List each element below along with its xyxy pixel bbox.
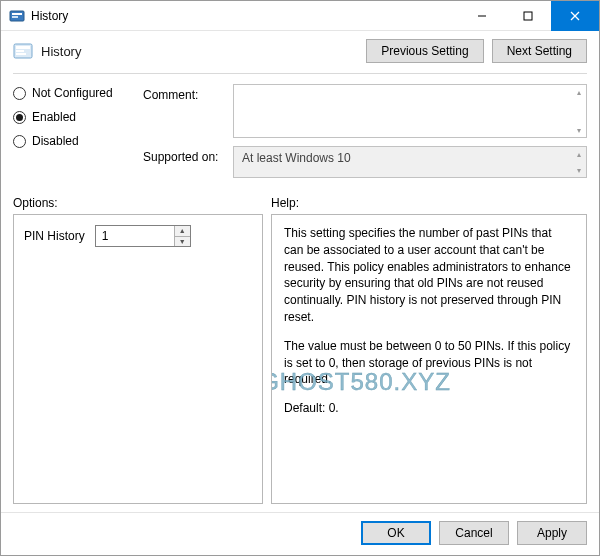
help-label: Help:: [271, 196, 587, 210]
scroll-down-icon[interactable]: ▾: [574, 125, 584, 135]
radio-not-configured[interactable]: Not Configured: [13, 86, 143, 100]
svg-rect-9: [16, 50, 24, 52]
footer: OK Cancel Apply: [1, 512, 599, 555]
options-pane: PIN History ▲ ▼: [13, 214, 263, 504]
radio-icon: [13, 87, 26, 100]
svg-rect-8: [16, 46, 30, 49]
window-controls: [459, 1, 599, 31]
window: History History Previous Setting: [0, 0, 600, 556]
apply-button[interactable]: Apply: [517, 521, 587, 545]
radio-enabled[interactable]: Enabled: [13, 110, 143, 124]
header-row: History Previous Setting Next Setting: [1, 31, 599, 73]
svg-rect-4: [524, 12, 532, 20]
pin-history-spinner[interactable]: ▲ ▼: [95, 225, 191, 247]
svg-rect-2: [12, 16, 18, 18]
svg-rect-1: [12, 13, 22, 15]
next-setting-button[interactable]: Next Setting: [492, 39, 587, 63]
stepper-up-icon[interactable]: ▲: [175, 226, 190, 236]
help-pane: This setting specifies the number of pas…: [271, 214, 587, 504]
maximize-button[interactable]: [505, 1, 551, 31]
pin-history-label: PIN History: [24, 229, 85, 243]
radio-icon: [13, 111, 26, 124]
svg-rect-10: [16, 53, 26, 55]
policy-title: History: [41, 44, 366, 59]
supported-label: Supported on:: [143, 146, 233, 164]
help-paragraph: This setting specifies the number of pas…: [284, 225, 574, 326]
window-title: History: [31, 9, 459, 23]
minimize-button[interactable]: [459, 1, 505, 31]
comment-label: Comment:: [143, 84, 233, 102]
close-button[interactable]: [551, 1, 599, 31]
state-radio-group: Not Configured Enabled Disabled: [13, 84, 143, 178]
help-paragraph: Default: 0.: [284, 400, 574, 417]
scroll-up-icon[interactable]: ▴: [574, 149, 584, 159]
pin-history-row: PIN History ▲ ▼: [24, 225, 252, 247]
help-paragraph: The value must be between 0 to 50 PINs. …: [284, 338, 574, 388]
radio-icon: [13, 135, 26, 148]
pane-labels: Options: Help:: [1, 186, 599, 214]
scroll-up-icon[interactable]: ▴: [574, 87, 584, 97]
radio-disabled[interactable]: Disabled: [13, 134, 143, 148]
radio-label: Enabled: [32, 110, 76, 124]
pin-history-input[interactable]: [96, 226, 174, 246]
comment-block: Comment: ▴ ▾ Supported on: At least Wind…: [143, 84, 587, 178]
supported-on-value: At least Windows 10: [242, 151, 351, 165]
panes: PIN History ▲ ▼ This setting specifies t…: [1, 214, 599, 512]
options-label: Options:: [13, 196, 271, 210]
radio-label: Disabled: [32, 134, 79, 148]
policy-icon: [13, 41, 33, 61]
ok-button[interactable]: OK: [361, 521, 431, 545]
scroll-down-icon[interactable]: ▾: [574, 165, 584, 175]
supported-on-box: At least Windows 10 ▴ ▾: [233, 146, 587, 178]
titlebar: History: [1, 1, 599, 31]
cancel-button[interactable]: Cancel: [439, 521, 509, 545]
radio-label: Not Configured: [32, 86, 113, 100]
comment-textarea[interactable]: ▴ ▾: [233, 84, 587, 138]
stepper-down-icon[interactable]: ▼: [175, 236, 190, 247]
state-area: Not Configured Enabled Disabled Comment:…: [1, 74, 599, 186]
app-icon: [9, 8, 25, 24]
previous-setting-button[interactable]: Previous Setting: [366, 39, 483, 63]
